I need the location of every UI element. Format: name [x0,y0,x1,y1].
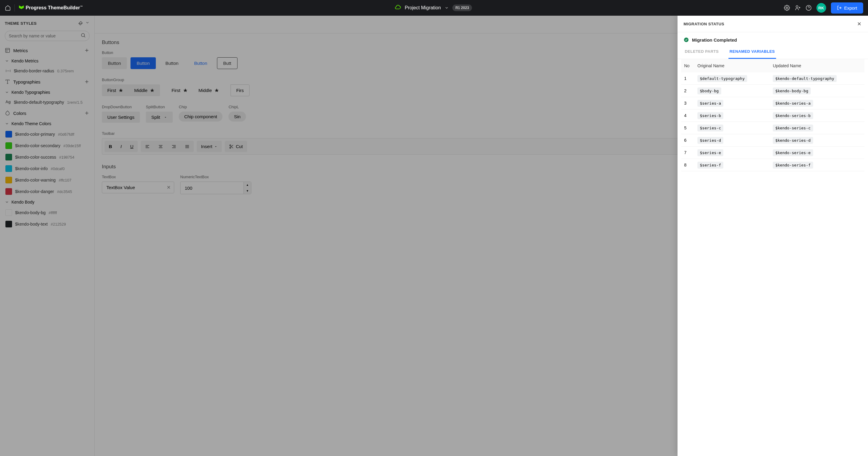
logo: Progress ThemeBuilder™ [19,5,83,11]
item-value: 1rem/1.5 [67,100,83,105]
spinner-up[interactable]: ▲ [244,182,251,188]
color-swatch [5,165,12,172]
subsection-label: Kendo Metrics [11,58,38,63]
button-primary[interactable]: Button [130,57,156,69]
item-value: #0d67fdff [58,132,74,137]
color-item[interactable]: $kendo-color-primary#0d67fdff [0,129,94,140]
align-center-button[interactable] [154,141,167,152]
spinner-down[interactable]: ▼ [244,188,251,194]
split-button[interactable]: Split [146,112,173,123]
table-row: 4$series-b$kendo-series-b [681,110,864,122]
item-name: $kendo-body-bg [15,210,45,215]
color-item[interactable]: $kendo-color-warning#ffc107 [0,174,94,186]
home-icon[interactable] [5,5,11,11]
button-group-flat: First Middle [166,84,224,96]
chip[interactable]: Chip component [179,112,222,121]
italic-button[interactable]: I [116,141,126,152]
panel-title: MIGRATION STATUS [684,22,724,26]
color-item[interactable]: $kendo-color-secondary#39de15ff [0,140,94,151]
color-item[interactable]: $kendo-color-info#0dcaf0 [0,163,94,174]
table-row: 7$series-e$kendo-series-e [681,147,864,159]
cell-original: $series-a [694,97,770,110]
clear-icon[interactable]: ✕ [167,184,170,190]
bg-middle[interactable]: Middle [129,84,160,96]
item-value: #dc3545 [57,190,72,194]
button-flat[interactable]: Button [159,57,184,69]
plus-icon[interactable] [84,48,90,53]
color-item[interactable]: $kendo-color-danger#dc3545 [0,186,94,197]
add-user-icon[interactable] [795,5,801,11]
align-justify-icon [185,144,190,149]
topbar-center: Project Migration R1 2023 [83,4,784,11]
cell-updated: $kendo-series-c [770,122,864,134]
topbar-left: Progress ThemeBuilder™ [5,4,83,11]
chevron-down-icon[interactable] [85,21,90,26]
cut-button[interactable]: Cut [225,141,247,152]
settings-icon[interactable] [784,5,790,11]
bold-button[interactable]: B [104,141,116,152]
project-name[interactable]: Project Migration [405,5,441,10]
bg-first[interactable]: First [166,84,193,96]
item-default-typography[interactable]: Ag $kendo-default-typography 1rem/1.5 [0,97,94,107]
item-border-radius[interactable]: $kendo-border-radius 0.375rem [0,66,94,76]
table-row: 6$series-d$kendo-series-d [681,134,864,147]
export-button[interactable]: Export [831,2,863,13]
color-item[interactable]: $kendo-color-success#198754 [0,151,94,163]
col-updated: Updated Name [770,59,864,73]
tab-renamed-variables[interactable]: RENAMED VARIABLES [728,45,776,59]
chip[interactable]: Sin [228,112,246,121]
cell-updated: $kendo-series-d [770,134,864,147]
cell-no: 2 [681,85,694,97]
plus-icon[interactable] [84,110,90,116]
ag-icon: Ag [5,99,11,105]
section-metrics[interactable]: Metrics [0,45,94,56]
section-typographies[interactable]: Typographies [0,76,94,87]
button-group-solid: First Middle [102,84,160,96]
item-value: #ffc107 [59,178,71,182]
numeric-input[interactable] [180,181,244,194]
subsection-kendo-theme-colors[interactable]: Kendo Theme Colors [0,119,94,129]
subsection-kendo-metrics[interactable]: Kendo Metrics [0,56,94,66]
help-icon[interactable] [806,5,812,11]
scissors-icon [229,144,234,149]
align-left-button[interactable] [141,141,154,152]
button-outline[interactable]: Butt [217,57,238,69]
section-title: Metrics [13,48,28,53]
fill-icon[interactable] [78,21,84,26]
textbox-input[interactable] [102,181,174,193]
subsection-kendo-typographies[interactable]: Kendo Typographies [0,87,94,97]
panel-header: MIGRATION STATUS [678,16,868,32]
search-input[interactable] [5,31,90,41]
color-swatch [5,131,12,138]
status-row: Migration Completed [678,32,868,45]
close-icon[interactable] [857,21,862,27]
chevron-down-icon[interactable] [444,6,449,10]
underline-button[interactable]: U [126,141,138,152]
bg-first[interactable]: First [102,84,129,96]
color-item[interactable]: $kendo-body-text#212529 [0,218,94,230]
align-right-button[interactable] [167,141,181,152]
subsection-kendo-body[interactable]: Kendo Body [0,197,94,207]
subsection-label: Kendo Body [11,200,34,204]
button-default[interactable]: Button [102,57,127,69]
metrics-icon [5,48,10,53]
avatar[interactable]: RK [816,3,826,13]
bg-middle[interactable]: Middle [193,84,224,96]
cell-updated: $kendo-default-typography [770,73,864,85]
cell-no: 7 [681,147,694,159]
bg-first[interactable]: Firs [230,84,250,96]
color-item[interactable]: $kendo-body-bg#ffffff [0,207,94,218]
star-icon [214,88,219,93]
divider [14,4,15,11]
typography-icon [5,79,10,84]
version-badge: R1 2023 [453,4,472,11]
section-colors[interactable]: Colors [0,107,94,119]
button-link[interactable]: Button [188,57,213,69]
plus-icon[interactable] [84,79,90,84]
cell-original: $default-typography [694,73,770,85]
align-justify-button[interactable] [181,141,194,152]
insert-button[interactable]: Insert [197,141,222,152]
dropdown-button[interactable]: User Settings [102,112,140,123]
tab-deleted-parts[interactable]: DELETED PARTS [684,45,720,59]
item-name: $kendo-color-secondary [15,143,60,148]
